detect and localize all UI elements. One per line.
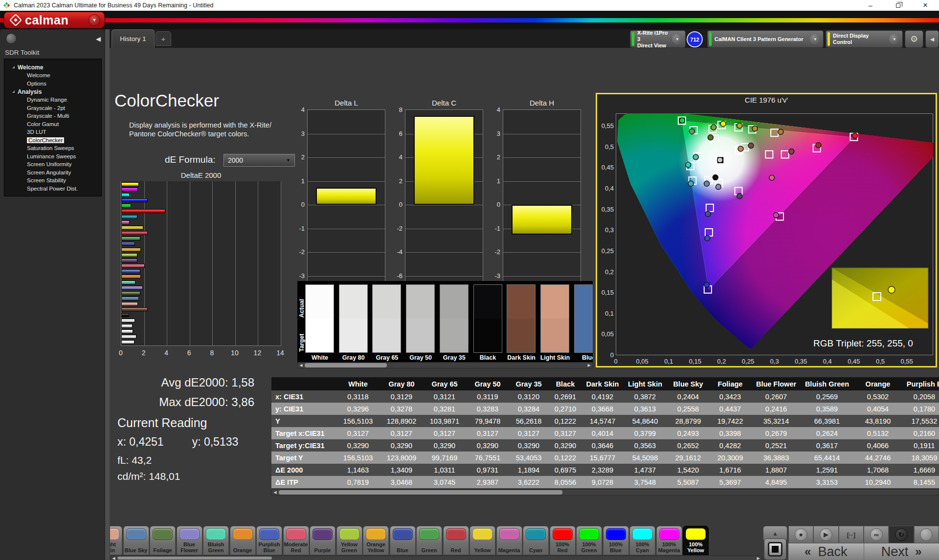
settings-button[interactable]: ⚙ [905,30,923,48]
pattern-strip-scrollbar[interactable]: ◀ ▶ [110,556,762,560]
sidebar-item-luminance-sweeps[interactable]: Luminance Sweeps [4,152,101,161]
table-cell: 14,5747 [582,417,623,425]
sidebar-item-screen-uniformity[interactable]: Screen Uniformity [4,160,101,169]
deltae-bar-bluish-green [121,280,135,284]
sidebar-item-saturation-sweeps[interactable]: Saturation Sweeps [4,144,101,152]
pattern-scrollbar-thumb[interactable] [117,557,272,560]
pattern-button-100-blue[interactable]: 100% Blue [603,526,629,555]
minimize-button[interactable]: – [857,0,884,11]
meter-count-badge[interactable]: 712 [687,31,703,47]
pattern-button-orange-yellow[interactable]: Orange Yellow [363,526,389,555]
swatch-scrollbar-thumb[interactable] [305,363,387,367]
pattern-button-bluish-green[interactable]: Bluish Green [203,526,229,555]
sidebar-item-welcome[interactable]: Welcome [4,71,101,80]
sidebar-item-options[interactable]: Options [4,80,101,88]
display-control-selector[interactable]: Direct Display Control ▼ [826,30,903,48]
next-button[interactable]: Next » [864,543,939,560]
pattern-button-100-green[interactable]: 100% Green [576,526,602,555]
back-button[interactable]: « Back [788,543,864,560]
pattern-color-chip [110,528,119,540]
pattern-button-purple[interactable]: Purple [310,526,335,555]
sidebar-item-3d-lut[interactable]: 3D LUT [4,128,101,136]
sidebar-item-screen-stability[interactable]: Screen Stability [4,176,101,185]
table-scrollbar[interactable]: ◀ [271,489,939,495]
column-header-gray-65: Gray 65 [423,380,466,388]
table-cell: 0,3283 [466,405,509,413]
pattern-button-label: Purple [310,540,335,555]
sidebar-item-colorchecker[interactable]: ColorChecker [4,136,101,145]
pattern-button-100-red[interactable]: 100% Red [550,526,576,555]
sidebar-item-screen-angularity[interactable]: Screen Angularity [4,169,101,177]
pattern-button-foliage[interactable]: Foliage [150,526,176,555]
pattern-strip-inner: Light SkinBlue SkyFoliageBlue FlowerBlui… [110,526,710,555]
pattern-button-yellow-green[interactable]: Yellow Green [336,526,362,555]
scroll-left-icon[interactable]: ◀ [298,363,304,368]
loop-button[interactable]: ∞ [864,526,889,543]
add-tab-button[interactable]: + [156,31,171,46]
pattern-window-button[interactable] [764,538,786,560]
scroll-right-icon[interactable]: ▶ [756,556,761,560]
collapse-panel-button[interactable]: ◀ [925,30,939,48]
pattern-button-100-cyan[interactable]: 100% Cyan [629,526,655,555]
pattern-button-label: Moderate Red [284,540,309,555]
extra-button[interactable] [914,526,939,543]
table-cell: 5,3697 [709,478,752,486]
sidebar-collapse-button[interactable]: ◀ [94,33,103,44]
pattern-button-moderate-red[interactable]: Moderate Red [283,526,309,555]
sidebar-item-dynamic-range[interactable]: Dynamic Range [4,96,101,104]
meter-selector[interactable]: X-Rite i1Pro 3 Direct View ▼ [630,30,686,48]
meter-dropdown-icon[interactable]: ▼ [672,34,683,44]
pattern-button-blue-flower[interactable]: Blue Flower [177,526,202,555]
sidebar-item-spectral-power-dist[interactable]: Spectral Power Dist. [4,185,101,193]
pattern-button-blue[interactable]: Blue [390,526,416,555]
tree-item-label: Color Gamut [27,121,59,127]
calman-menu-dropdown-icon[interactable]: ▼ [89,14,100,26]
source-dropdown-icon[interactable]: ▼ [810,34,821,44]
pattern-button-blue-sky[interactable]: Blue Sky [123,526,149,555]
tree-group-welcome[interactable]: Welcome [4,63,101,71]
maximize-button[interactable] [884,0,912,11]
play-button[interactable]: ▶ [813,526,838,543]
pattern-button-red[interactable]: Red [443,526,469,555]
pattern-button-light-skin[interactable]: Light Skin [110,526,122,555]
swatch-scrollbar[interactable]: ◀ ▶ [297,362,593,368]
stop-button[interactable]: ■ [788,526,813,543]
tree-group-analysis[interactable]: Analysis [4,87,101,96]
sidebar-item-grayscale-2pt[interactable]: Grayscale - 2pt [4,104,101,112]
table-scrollbar-thumb[interactable] [279,490,562,495]
sidebar-tree: WelcomeWelcomeOptionsAnalysisDynamic Ran… [4,59,102,196]
pattern-button-green[interactable]: Green [416,526,442,555]
sidebar-item-grayscale-multi[interactable]: Grayscale - Multi [4,112,101,120]
pattern-button-purplish-blue[interactable]: Purplish Blue [256,526,282,555]
pattern-button-cyan[interactable]: Cyan [523,526,549,555]
reading-fl: fL: 43,2 [117,454,152,466]
sidebar-item-color-gamut[interactable]: Color Gamut [4,120,101,129]
table-cell: 0,3284 [509,405,548,413]
pattern-button-orange[interactable]: Orange [230,526,256,555]
display-dropdown-icon[interactable]: ▼ [889,34,900,44]
delta-bar [512,205,572,235]
scroll-left-icon[interactable]: ◀ [111,556,116,560]
calman-menu-button[interactable]: calman ▼ [4,12,105,28]
source-selector[interactable]: CalMAN Client 3 Pattern Generator ▼ [707,30,824,48]
close-button[interactable]: × [912,0,939,11]
sidebar-splitter[interactable] [105,29,110,560]
tab-history-1[interactable]: History 1 [112,29,155,48]
sidebar-record-button[interactable] [6,33,17,44]
pattern-button-100-magenta[interactable]: 100% Magenta [656,526,682,555]
table-cell: 0,2569 [801,393,853,401]
pattern-button-100-yellow[interactable]: 100% Yellow [683,526,709,555]
scroll-right-icon[interactable]: ▶ [586,363,592,368]
pattern-button-yellow[interactable]: Yellow [470,526,495,555]
row-label: Target x:CIE31 [271,430,336,437]
scroll-left-icon[interactable]: ◀ [272,490,278,495]
swatch-actual [406,285,434,319]
de-formula-select[interactable]: 2000 ▼ [224,154,295,167]
deltae-bar-100-red [121,209,165,213]
table-cell: 0,3799 [623,430,668,437]
meter-name: X-Rite i1Pro 3 [637,30,668,42]
refresh-button[interactable]: ↻ [889,526,914,543]
table-cell: 0,3290 [336,442,380,450]
interval-button[interactable]: [··] [839,526,864,543]
pattern-button-magenta[interactable]: Magenta [496,526,522,555]
